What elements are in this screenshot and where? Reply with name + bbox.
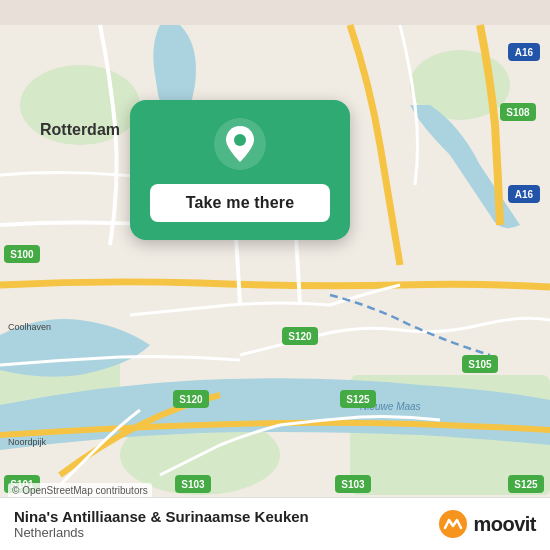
map-background: Rotterdam Coolhaven Noordpijk Nieuwe Maa…	[0, 0, 550, 550]
bottom-bar: Nina's Antilliaanse & Surinaamse Keuken …	[0, 497, 550, 550]
svg-text:A16: A16	[515, 47, 534, 58]
moovit-icon	[437, 508, 469, 540]
svg-point-36	[234, 134, 246, 146]
moovit-text: moovit	[473, 513, 536, 536]
svg-text:S120: S120	[179, 394, 203, 405]
svg-text:S103: S103	[341, 479, 365, 490]
svg-text:A16: A16	[515, 189, 534, 200]
svg-text:S103: S103	[181, 479, 205, 490]
svg-text:S120: S120	[288, 331, 312, 342]
location-popup: Take me there	[130, 100, 350, 240]
svg-text:S105: S105	[468, 359, 492, 370]
osm-attribution: © OpenStreetMap contributors	[8, 483, 152, 498]
location-pin-icon	[214, 118, 266, 170]
map-container: Rotterdam Coolhaven Noordpijk Nieuwe Maa…	[0, 0, 550, 550]
svg-text:S125: S125	[514, 479, 538, 490]
svg-text:S125: S125	[346, 394, 370, 405]
moovit-logo: moovit	[437, 508, 536, 540]
svg-text:Coolhaven: Coolhaven	[8, 322, 51, 332]
location-info: Nina's Antilliaanse & Surinaamse Keuken …	[14, 508, 437, 540]
svg-text:Rotterdam: Rotterdam	[40, 121, 120, 138]
location-name: Nina's Antilliaanse & Surinaamse Keuken	[14, 508, 437, 525]
location-country: Netherlands	[14, 525, 437, 540]
take-me-there-button[interactable]: Take me there	[150, 184, 330, 222]
svg-text:S100: S100	[10, 249, 34, 260]
svg-text:S108: S108	[506, 107, 530, 118]
svg-text:Noordpijk: Noordpijk	[8, 437, 47, 447]
